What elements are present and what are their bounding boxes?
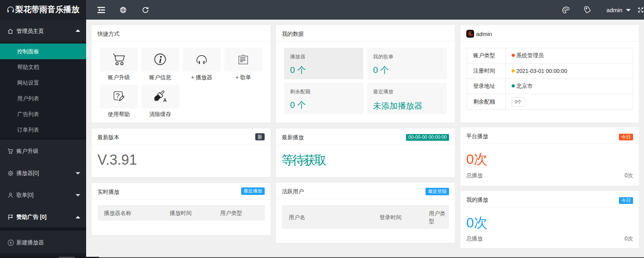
svg-text:?: ? <box>116 92 119 100</box>
svg-text:A: A <box>163 98 166 102</box>
